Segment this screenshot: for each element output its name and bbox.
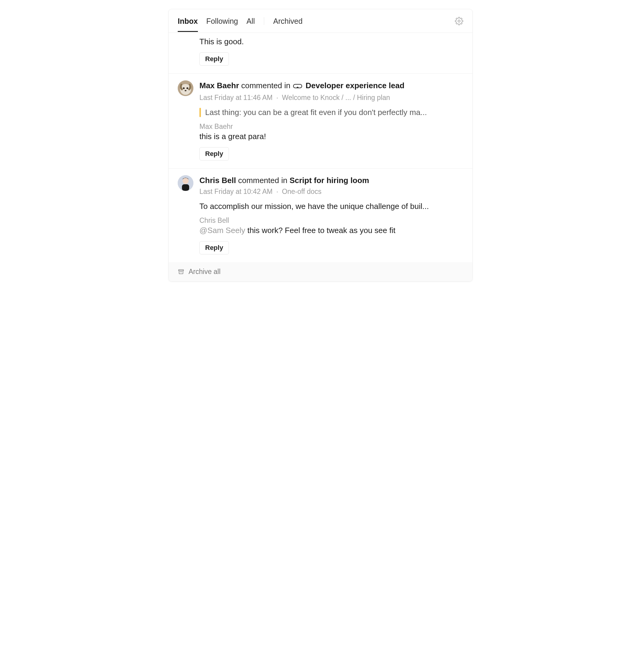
comment-text: this work? Feel free to tweak as you see…: [247, 226, 395, 235]
notification-meta: Last Friday at 10:42 AM · One-off docs: [200, 187, 463, 196]
tab-divider: [264, 17, 264, 25]
tab-following[interactable]: Following: [206, 10, 238, 32]
mention[interactable]: @Sam Seely: [200, 226, 245, 235]
document-title: Script for hiring loom: [289, 176, 369, 185]
archive-all-label: Archive all: [189, 268, 220, 276]
notification-headline: Chris Bell commented in Script for hirin…: [200, 176, 369, 185]
svg-point-4: [187, 87, 188, 89]
notification-item[interactable]: This is good. Reply: [169, 33, 472, 74]
quote-text: Last thing: you can be a great fit even …: [205, 108, 427, 117]
action-text: commented in: [238, 176, 290, 185]
avatar-image: [178, 80, 193, 96]
notification-item[interactable]: Chris Bell commented in Script for hirin…: [169, 169, 472, 262]
svg-rect-9: [182, 184, 189, 191]
timestamp: Last Friday at 11:46 AM: [200, 94, 273, 101]
svg-point-3: [183, 87, 185, 89]
breadcrumb: One-off docs: [282, 187, 322, 195]
archive-icon: [178, 268, 185, 275]
reply-button[interactable]: Reply: [200, 241, 229, 254]
quoted-context: Last thing: you can be a great fit even …: [200, 108, 463, 117]
author-name: Max Baehr: [200, 81, 239, 90]
tab-all[interactable]: All: [246, 10, 255, 32]
tab-inbox[interactable]: Inbox: [178, 10, 198, 32]
notification-meta: Last Friday at 11:46 AM · Welcome to Kno…: [200, 94, 463, 102]
reply-button[interactable]: Reply: [200, 147, 229, 160]
comment-body: This is good.: [200, 37, 463, 46]
quote-bar: [200, 108, 201, 117]
comment-body: this is a great para!: [200, 132, 463, 141]
archive-all-button[interactable]: Archive all: [169, 262, 472, 281]
notification-headline: Max Baehr commented in Developer experie…: [200, 81, 405, 90]
avatar-image: [178, 175, 193, 191]
notifications-panel: Inbox Following All Archived This is goo…: [168, 9, 473, 281]
gear-icon: [455, 17, 463, 25]
tab-archived[interactable]: Archived: [273, 10, 302, 32]
avatar: [178, 80, 193, 96]
svg-point-8: [182, 178, 189, 184]
settings-button[interactable]: [455, 17, 463, 25]
avatar: [178, 175, 193, 191]
action-text: commented in: [241, 81, 293, 90]
commenter-name: Chris Bell: [200, 216, 463, 225]
svg-point-0: [458, 20, 460, 22]
notification-item[interactable]: Max Baehr commented in Developer experie…: [169, 74, 472, 169]
context-snippet: To accomplish our mission, we have the u…: [200, 202, 463, 211]
timestamp: Last Friday at 10:42 AM: [200, 187, 273, 195]
svg-point-5: [185, 90, 187, 91]
breadcrumb: Welcome to Knock / ... / Hiring plan: [282, 94, 390, 101]
document-title: Developer experience lead: [306, 81, 405, 90]
commenter-name: Max Baehr: [200, 123, 463, 131]
reply-button[interactable]: Reply: [200, 52, 229, 66]
comment-body: @Sam Seely this work? Feel free to tweak…: [200, 226, 463, 235]
tabs-bar: Inbox Following All Archived: [169, 9, 472, 33]
author-name: Chris Bell: [200, 176, 236, 185]
avatar-placeholder: [178, 37, 193, 66]
goggles-icon: [293, 81, 302, 92]
